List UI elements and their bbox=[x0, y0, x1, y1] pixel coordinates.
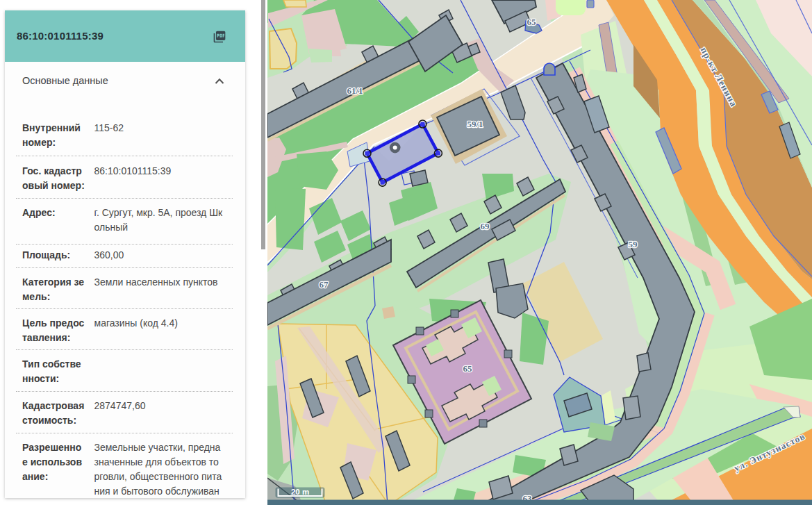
svg-text:59: 59 bbox=[629, 239, 638, 249]
svg-text:61/1: 61/1 bbox=[347, 85, 363, 96]
svg-text:59/1: 59/1 bbox=[467, 119, 483, 129]
svg-text:20 m: 20 m bbox=[291, 488, 309, 496]
svg-text:69: 69 bbox=[481, 221, 490, 231]
svg-text:67: 67 bbox=[320, 279, 329, 290]
svg-text:65: 65 bbox=[527, 17, 537, 27]
svg-text:65: 65 bbox=[463, 363, 473, 374]
